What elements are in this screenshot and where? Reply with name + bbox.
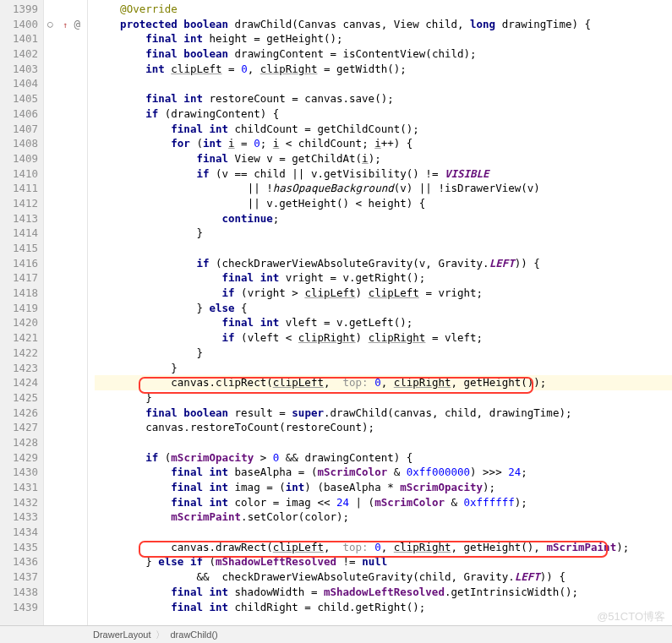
line-number: 1428 <box>2 435 38 450</box>
code-line[interactable]: if (drawingContent) { <box>95 106 672 122</box>
line-number: 1419 <box>2 301 38 316</box>
line-number: 1422 <box>2 346 38 361</box>
line-number: 1406 <box>2 106 38 122</box>
line-number: 1421 <box>2 330 38 346</box>
line-number: 1412 <box>2 196 38 211</box>
code-line[interactable]: canvas.clipRect(clipLeft, top: 0, clipRi… <box>95 375 672 390</box>
line-number: 1415 <box>2 241 38 256</box>
line-number: 1439 <box>2 600 38 615</box>
line-number: 1418 <box>2 286 38 301</box>
code-line[interactable]: @Override <box>95 2 672 17</box>
line-number: 1416 <box>2 256 38 271</box>
code-line[interactable]: int clipLeft = 0, clipRight = getWidth()… <box>95 62 672 77</box>
line-number: 1411 <box>2 181 38 196</box>
code-line[interactable]: if (checkDrawerViewAbsoluteGravity(v, Gr… <box>95 256 672 271</box>
line-number: 1425 <box>2 390 38 406</box>
line-number: 1438 <box>2 585 38 600</box>
code-line[interactable]: && checkDrawerViewAbsoluteGravity(child,… <box>95 569 672 585</box>
code-line[interactable]: if (vleft < clipRight) clipRight = vleft… <box>95 330 672 346</box>
code-line[interactable]: } <box>95 346 672 361</box>
code-line[interactable]: continue; <box>95 211 672 226</box>
code-line[interactable]: final boolean drawingContent = isContent… <box>95 46 672 62</box>
code-line[interactable]: } <box>95 226 672 241</box>
code-line[interactable]: if (mScrimOpacity > 0 && drawingContent)… <box>95 450 672 466</box>
code-line[interactable]: final int restoreCount = canvas.save(); <box>95 91 672 106</box>
code-line[interactable]: final int baseAlpha = (mScrimColor & 0xf… <box>95 465 672 480</box>
code-line[interactable]: } <box>95 390 672 406</box>
line-number: 1399 <box>2 2 38 17</box>
code-line[interactable]: final int height = getHeight(); <box>95 31 672 46</box>
up-arrow-icon: ↑ <box>63 18 68 33</box>
code-line[interactable]: final int childCount = getChildCount(); <box>95 122 672 137</box>
line-number: 1403 <box>2 62 38 77</box>
code-line[interactable]: final View v = getChildAt(i); <box>95 151 672 166</box>
line-number: 1410 <box>2 166 38 182</box>
line-number: 1401 <box>2 31 38 46</box>
line-number: 1413 <box>2 211 38 226</box>
code-line[interactable]: for (int i = 0; i < childCount; i++) { <box>95 136 672 151</box>
line-number: 1432 <box>2 495 38 510</box>
code-line[interactable]: final int vleft = v.getLeft(); <box>95 315 672 330</box>
line-number: 1426 <box>2 406 38 421</box>
code-line[interactable]: || !hasOpaqueBackground(v) || !isDrawerV… <box>95 181 672 196</box>
line-number-gutter: 1399140014011402140314041405140614071408… <box>0 0 44 625</box>
chevron-right-icon: 〉 <box>156 629 165 641</box>
breadcrumb-method[interactable]: drawChild() <box>170 629 217 640</box>
line-number: 1424 <box>2 375 38 390</box>
override-gutter-icon[interactable]: ○ <box>47 17 53 32</box>
line-number: 1429 <box>2 450 38 466</box>
code-line[interactable] <box>95 435 672 450</box>
code-line[interactable]: final int color = imag << 24 | (mScrimCo… <box>95 495 672 510</box>
annotation-gutter: ○↑@ <box>44 0 88 625</box>
code-line[interactable]: canvas.restoreToCount(restoreCount); <box>95 420 672 435</box>
code-line[interactable]: || v.getHeight() < height) { <box>95 196 672 211</box>
line-number: 1414 <box>2 226 38 241</box>
line-number: 1427 <box>2 420 38 435</box>
line-number: 1407 <box>2 122 38 137</box>
code-line[interactable]: final int shadowWidth = mShadowLeftResol… <box>95 585 672 600</box>
line-number: 1417 <box>2 270 38 286</box>
line-number: 1420 <box>2 315 38 330</box>
line-number: 1409 <box>2 151 38 166</box>
code-line[interactable] <box>95 76 672 91</box>
line-number: 1423 <box>2 361 38 376</box>
code-line[interactable]: } else if (mShadowLeftResolved != null <box>95 554 672 569</box>
code-line[interactable]: protected boolean drawChild(Canvas canva… <box>95 17 672 32</box>
breadcrumb-class[interactable]: DrawerLayout <box>93 629 150 640</box>
line-number: 1402 <box>2 46 38 62</box>
code-line[interactable]: canvas.drawRect(clipLeft, top: 0, clipRi… <box>95 540 672 555</box>
line-number: 1431 <box>2 480 38 495</box>
annotation-at-icon: @ <box>74 17 80 32</box>
line-number: 1400 <box>2 17 38 32</box>
code-area[interactable]: @Override protected boolean drawChild(Ca… <box>88 0 672 625</box>
code-line[interactable]: if (vright > clipLeft) clipLeft = vright… <box>95 286 672 301</box>
breadcrumb-bar[interactable]: DrawerLayout 〉 drawChild() <box>0 625 672 643</box>
code-line[interactable]: } <box>95 361 672 376</box>
line-number: 1405 <box>2 91 38 106</box>
code-line[interactable]: mScrimPaint.setColor(color); <box>95 509 672 525</box>
code-line[interactable]: final int imag = (int) (baseAlpha * mScr… <box>95 480 672 495</box>
line-number: 1434 <box>2 525 38 540</box>
line-number: 1435 <box>2 540 38 555</box>
code-line[interactable]: if (v == child || v.getVisibility() != V… <box>95 166 672 182</box>
code-line[interactable]: final int childRight = child.getRight(); <box>95 600 672 615</box>
line-number: 1437 <box>2 569 38 585</box>
code-line[interactable]: final boolean result = super.drawChild(c… <box>95 406 672 421</box>
code-line[interactable] <box>95 241 672 256</box>
line-number: 1430 <box>2 465 38 480</box>
code-editor[interactable]: 1399140014011402140314041405140614071408… <box>0 0 672 625</box>
line-number: 1408 <box>2 136 38 151</box>
line-number: 1433 <box>2 509 38 525</box>
code-line[interactable]: final int vright = v.getRight(); <box>95 270 672 286</box>
line-number: 1404 <box>2 76 38 91</box>
code-line[interactable]: } else { <box>95 301 672 316</box>
code-line[interactable] <box>95 525 672 540</box>
line-number: 1436 <box>2 554 38 569</box>
